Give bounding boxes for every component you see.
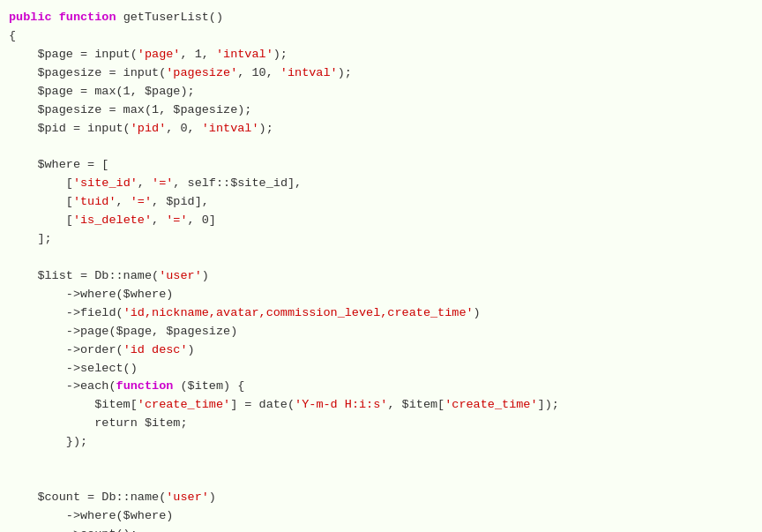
code-line: $pagesize = input('pagesize', 10, 'intva… xyxy=(9,64,748,83)
code-block: public function getTuserList(){ $page = … xyxy=(9,9,748,532)
code-line: ['tuid', '=', $pid], xyxy=(9,193,748,212)
code-line: $item['create_time'] = date('Y-m-d H:i:s… xyxy=(9,396,748,415)
code-line xyxy=(9,249,748,267)
code-line: $page = input('page', 1, 'intval'); xyxy=(9,46,748,64)
code-line: ->each(function ($item) { xyxy=(9,378,748,396)
code-line: ['site_id', '=', self::$site_id], xyxy=(9,175,748,193)
code-line: $where = [ xyxy=(9,156,748,175)
code-line: ->count(); xyxy=(9,526,748,532)
code-line: }); xyxy=(9,433,748,452)
code-line: $list = Db::name('user') xyxy=(9,267,748,286)
code-line: ->where($where) xyxy=(9,286,748,304)
code-line: { xyxy=(9,27,748,46)
code-line xyxy=(9,138,748,156)
code-line xyxy=(9,452,748,470)
code-line: ->where($where) xyxy=(9,507,748,526)
code-line xyxy=(9,470,748,489)
code-line: public function getTuserList() xyxy=(9,9,748,27)
code-line: return $item; xyxy=(9,415,748,433)
code-line: ->field('id,nickname,avatar,commission_l… xyxy=(9,304,748,323)
code-line: ['is_delete', '=', 0] xyxy=(9,212,748,230)
code-container: public function getTuserList(){ $page = … xyxy=(0,0,762,532)
code-line: $pagesize = max(1, $pagesize); xyxy=(9,101,748,120)
code-line: ->order('id desc') xyxy=(9,341,748,360)
code-line: $count = Db::name('user') xyxy=(9,489,748,507)
code-line: ]; xyxy=(9,230,748,249)
code-line: $pid = input('pid', 0, 'intval'); xyxy=(9,120,748,139)
code-line: ->select() xyxy=(9,360,748,378)
code-line: $page = max(1, $page); xyxy=(9,83,748,101)
code-line: ->page($page, $pagesize) xyxy=(9,323,748,341)
